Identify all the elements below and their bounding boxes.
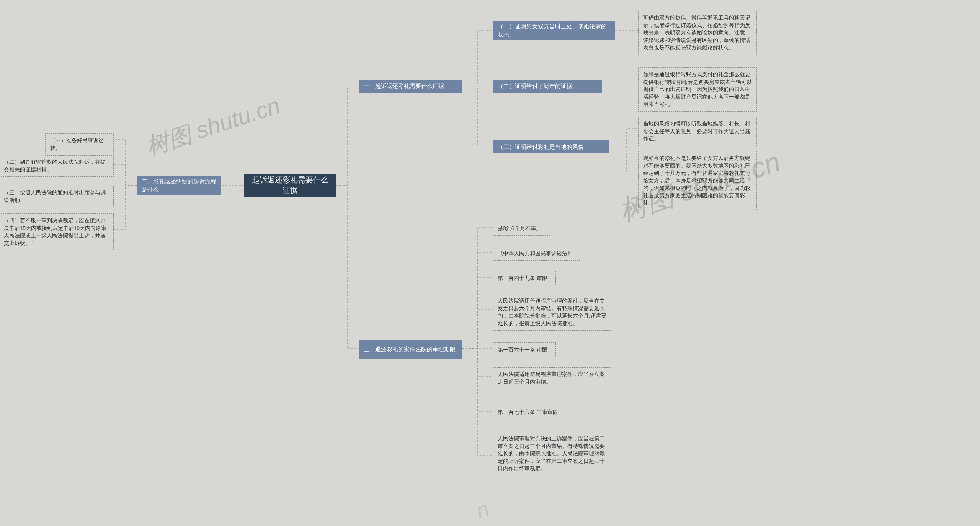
leaf-text: （二）到具有管辖权的人民法院起诉，并提交相关的证据材料。 [4,159,106,173]
branch-1-child-2-detail: 如果是通过银行转账方式支付的礼金那么就要提供银行转账明细;若是购买房屋或者车辆可… [638,67,757,112]
leaf-text: 人民法院审理对判决的上诉案件，应当在第二审立案之日起三个月内审结。有特殊情况需要… [498,436,605,471]
branch-3-title: 三、退还彩礼的案件法院的审理期限 [364,345,456,353]
branch-3-child-6: 人民法院适用简易程序审理案件，应当在立案之日起三个月内审结。 [493,367,611,389]
branch-2-title: 二、彩礼返还纠纷的起诉流程是什么 [142,177,216,194]
branch-1-child-3-detail-2: 现如今的彩礼不是只要给了女方以后男方就绝对不能够要回的。我国绝大多数地区的彩礼已… [638,151,757,210]
leaf-text: （四）若不服一审判决或裁定，应在接到判决书后15天内或接到裁定书后10天内向原审… [4,218,106,246]
root-node: 起诉返还彩礼需要什么证据 [244,174,336,197]
branch-1-child-3: （三）证明给付彩礼是当地的风俗 [493,140,609,153]
leaf-text: 是3到6个月不等。 [498,225,541,231]
watermark: n [473,496,492,523]
leaf-text: 人民法院适用简易程序审理案件，应当在立案之日起三个月内审结。 [498,371,605,385]
leaf-text: 第一百四十九条 审限 [498,275,547,281]
branch-2-child-3: （三）按照人民法院的通知准时出席参与诉讼活动。 [0,186,114,207]
branch-1: 一、起诉返还彩礼需要什么证据 [359,80,462,93]
mindmap-canvas: { "watermarks": { "wm1": "树图 shutu.cn", … [0,0,980,526]
branch-1-child-3-title: （三）证明给付彩礼是当地的风俗 [498,143,584,151]
branch-1-child-2: （二）证明给付了财产的证据 [493,80,602,93]
branch-1-child-1: （一）证明男女双方当时正处于谈婚论嫁的状态 [493,21,615,40]
leaf-text: 可借由双方的短信、微信等通讯工具的聊天记录，或者举行过订婚仪式、拍婚纱照等行为反… [643,15,750,50]
leaf-text: （一）准备好民事诉讼状。 [50,137,104,151]
branch-3-child-8: 人民法院审理对判决的上诉案件，应当在第二审立案之日起三个月内审结。有特殊情况需要… [493,432,611,476]
watermark: 树图 shutu.cn [142,90,284,163]
leaf-text: 现如今的彩礼不是只要给了女方以后男方就绝对不能够要回的。我国绝大多数地区的彩礼已… [643,155,750,206]
branch-3-child-5: 第一百六十一条 审限 [493,342,556,357]
branch-1-child-3-detail-1: 当地的风俗习惯可以听取当地媒婆、村长、村委会主任等人的意见，必要时可作为证人出庭… [638,117,757,146]
branch-2: 二、彩礼返还纠纷的起诉流程是什么 [137,176,221,195]
branch-1-child-1-title: （一）证明男女双方当时正处于谈婚论嫁的状态 [498,22,610,39]
leaf-text: 《中华人民共和国民事诉讼法》 [498,250,573,256]
branch-2-child-1: （一）准备好民事诉讼状。 [45,133,114,156]
leaf-text: （三）按照人民法院的通知准时出席参与诉讼活动。 [4,190,106,203]
branch-3-child-3: 第一百四十九条 审限 [493,271,556,285]
leaf-text: 第一百七十六条 二审审限 [498,409,558,415]
branch-3: 三、退还彩礼的案件法院的审理期限 [359,340,462,359]
leaf-text: 人民法院适用普通程序审理的案件，应当在立案之日起六个月内审结。有特殊情况需要延长… [498,298,606,326]
branch-1-child-1-detail: 可借由双方的短信、微信等通讯工具的聊天记录，或者举行过订婚仪式、拍婚纱照等行为反… [638,11,757,55]
branch-3-child-1: 是3到6个月不等。 [493,221,550,236]
branch-3-child-7: 第一百七十六条 二审审限 [493,405,568,419]
branch-3-child-2: 《中华人民共和国民事诉讼法》 [493,246,580,261]
branch-1-child-2-title: （二）证明给付了财产的证据 [498,82,572,90]
leaf-text: 当地的风俗习惯可以听取当地媒婆、村长、村委会主任等人的意见，必要时可作为证人出庭… [643,121,750,142]
connectors [0,0,980,526]
branch-3-child-4: 人民法院适用普通程序审理的案件，应当在立案之日起六个月内审结。有特殊情况需要延长… [493,294,611,331]
branch-1-title: 一、起诉返还彩礼需要什么证据 [364,82,444,90]
leaf-text: 如果是通过银行转账方式支付的礼金那么就要提供银行转账明细;若是购买房屋或者车辆可… [643,72,752,107]
branch-2-child-2: （二）到具有管辖权的人民法院起诉，并提交相关的证据材料。 [0,155,114,177]
root-title: 起诉返还彩礼需要什么证据 [249,175,331,195]
branch-2-child-4: （四）若不服一审判决或裁定，应在接到判决书后15天内或接到裁定书后10天内向原审… [0,213,114,250]
leaf-text: 第一百六十一条 审限 [498,347,547,353]
